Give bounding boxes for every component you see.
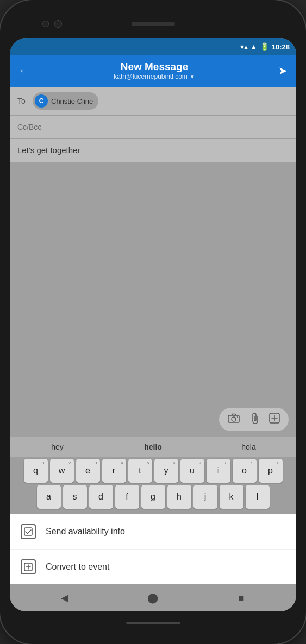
autocomplete-hello[interactable]: hello bbox=[105, 437, 201, 457]
phone-bottom-bar bbox=[10, 611, 296, 634]
cc-row[interactable]: Cc/Bcc bbox=[10, 116, 296, 139]
toolbar-pill bbox=[219, 408, 289, 431]
camera-left bbox=[42, 21, 49, 27]
key-s[interactable]: s bbox=[63, 485, 87, 509]
signal-icon: ▲ bbox=[251, 43, 257, 50]
compose-area: To C Christie Cline Cc/Bcc Let's get tog… bbox=[10, 87, 296, 437]
svg-point-2 bbox=[237, 416, 238, 418]
key-o[interactable]: 9o bbox=[233, 459, 257, 483]
recipient-avatar: C bbox=[35, 94, 48, 108]
key-a[interactable]: a bbox=[37, 485, 61, 509]
status-icons: ▾▴ ▲ 🔋 10:28 bbox=[240, 42, 290, 51]
key-p[interactable]: 0p bbox=[259, 459, 283, 483]
compose-toolbar bbox=[10, 402, 296, 437]
cc-label: Cc/Bcc bbox=[17, 123, 41, 131]
autocomplete-hey[interactable]: hey bbox=[10, 437, 105, 457]
nav-recents-button[interactable]: ■ bbox=[230, 587, 252, 609]
autocomplete-bar: hey hello hola bbox=[10, 437, 296, 457]
header-center: New Message katri@lucernepubintl.com ▼ bbox=[30, 61, 278, 80]
key-r[interactable]: 4r bbox=[102, 459, 126, 483]
camera-button[interactable] bbox=[228, 413, 240, 426]
nav-back-button[interactable]: ◀ bbox=[54, 587, 76, 609]
autocomplete-hola[interactable]: hola bbox=[201, 437, 296, 457]
attach-button[interactable] bbox=[249, 412, 259, 427]
key-u[interactable]: 7u bbox=[180, 459, 204, 483]
key-j[interactable]: j bbox=[193, 485, 217, 509]
add-box-icon bbox=[21, 559, 36, 574]
checkbox-icon bbox=[21, 524, 36, 539]
key-i[interactable]: 8i bbox=[207, 459, 230, 483]
phone-top-bar bbox=[10, 10, 296, 38]
svg-point-1 bbox=[232, 417, 236, 421]
recipient-chip[interactable]: C Christie Cline bbox=[33, 92, 98, 110]
wifi-icon: ▾▴ bbox=[240, 42, 248, 51]
keyboard-area: 1q 2w 3e 4r 5t 6y 7u 8i 9o 0p a s d f g … bbox=[10, 457, 296, 514]
nav-bar: ◀ ⬤ ■ bbox=[10, 584, 296, 611]
subject-text: Let's get together bbox=[17, 146, 80, 155]
availability-label: Send availability info bbox=[46, 527, 125, 536]
keyboard-row-1: 1q 2w 3e 4r 5t 6y 7u 8i 9o 0p bbox=[12, 459, 294, 483]
phone-speaker bbox=[132, 22, 175, 26]
key-w[interactable]: 2w bbox=[50, 459, 74, 483]
dropdown-icon[interactable]: ▼ bbox=[190, 74, 195, 80]
nav-home-button[interactable]: ⬤ bbox=[142, 587, 164, 609]
key-t[interactable]: 5t bbox=[128, 459, 152, 483]
key-y[interactable]: 6y bbox=[154, 459, 178, 483]
event-label: Convert to event bbox=[46, 562, 109, 572]
header-title: New Message bbox=[30, 61, 278, 73]
header-subtitle: katri@lucernepubintl.com ▼ bbox=[30, 73, 278, 80]
sheet-item-availability[interactable]: Send availability info bbox=[10, 514, 296, 550]
battery-icon: 🔋 bbox=[260, 42, 269, 51]
status-time: 10:28 bbox=[272, 43, 290, 51]
key-g[interactable]: g bbox=[141, 485, 165, 509]
to-row: To C Christie Cline bbox=[10, 87, 296, 116]
keyboard-row-2: a s d f g h j k l bbox=[12, 485, 294, 509]
to-label: To bbox=[17, 97, 28, 105]
key-f[interactable]: f bbox=[115, 485, 139, 509]
key-e[interactable]: 3e bbox=[76, 459, 100, 483]
subject-row[interactable]: Let's get together bbox=[10, 139, 296, 162]
camera-right bbox=[54, 20, 62, 28]
back-button[interactable]: ← bbox=[18, 64, 30, 78]
app-header: ← New Message katri@lucernepubintl.com ▼… bbox=[10, 55, 296, 87]
send-button[interactable]: ➤ bbox=[278, 64, 288, 77]
status-bar: ▾▴ ▲ 🔋 10:28 bbox=[10, 38, 296, 55]
phone-frame: ▾▴ ▲ 🔋 10:28 ← New Message katri@lucerne… bbox=[0, 0, 306, 644]
key-h[interactable]: h bbox=[167, 485, 191, 509]
key-l[interactable]: l bbox=[246, 485, 270, 509]
sheet-item-event[interactable]: Convert to event bbox=[10, 550, 296, 584]
body-area[interactable] bbox=[10, 162, 296, 402]
add-button[interactable] bbox=[269, 413, 280, 426]
key-d[interactable]: d bbox=[89, 485, 113, 509]
recipient-name: Christie Cline bbox=[51, 97, 93, 105]
bottom-sheet: Send availability info Convert to event bbox=[10, 514, 296, 584]
key-k[interactable]: k bbox=[220, 485, 243, 509]
phone-screen: ▾▴ ▲ 🔋 10:28 ← New Message katri@lucerne… bbox=[10, 38, 296, 611]
key-q[interactable]: 1q bbox=[24, 459, 48, 483]
home-indicator bbox=[126, 622, 180, 624]
